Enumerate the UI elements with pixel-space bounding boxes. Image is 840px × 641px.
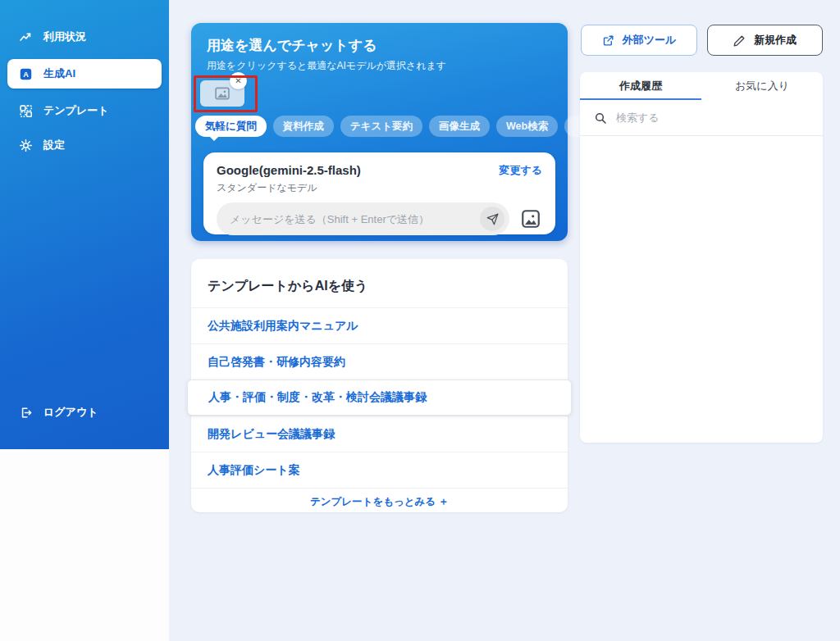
- sidebar-item-label: 生成AI: [43, 66, 75, 81]
- tag-document-creation[interactable]: 資料作成: [273, 116, 334, 137]
- template-item-highlighted[interactable]: 人事・評価・制度・改革・検討会議議事録: [187, 380, 572, 416]
- model-card: Google(gemini-2.5-flash) 変更する スタンダードなモデル: [203, 152, 555, 234]
- attach-image-button[interactable]: [519, 207, 542, 230]
- logout-icon: [19, 406, 33, 420]
- sidebar-item-settings[interactable]: 設定: [0, 133, 169, 157]
- external-link-icon: [602, 34, 614, 47]
- sidebar-item-template[interactable]: テンプレート: [0, 98, 169, 123]
- external-tools-button[interactable]: 外部ツール: [581, 25, 697, 56]
- sidebar-item-label: 利用状況: [43, 30, 86, 44]
- panel-search-row: [580, 100, 823, 136]
- message-input-pill: [217, 202, 509, 235]
- trend-chart-icon: [19, 30, 33, 44]
- sidebar: 利用状況 A 生成AI テンプレート 設定 ログアウト: [0, 0, 169, 449]
- external-tools-label: 外部ツール: [623, 33, 677, 48]
- template-item[interactable]: 開発レビュー会議議事録: [191, 416, 568, 452]
- sidebar-item-label: テンプレート: [43, 103, 109, 118]
- new-create-button[interactable]: 新規作成: [707, 25, 823, 56]
- pencil-icon: [733, 34, 746, 47]
- close-icon: ✕: [235, 77, 241, 85]
- search-input[interactable]: [616, 111, 809, 124]
- tag-image-generation[interactable]: 画像生成: [429, 116, 490, 137]
- tag-web-search[interactable]: Web検索: [496, 116, 558, 137]
- chat-card-title: 用途を選んでチャットする: [207, 36, 377, 55]
- template-card: テンプレートからAIを使う 公共施設利用案内マニュアル 自己啓発書・研修内容要約…: [191, 259, 568, 512]
- chat-card-subtitle: 用途をクリックすると最適なAIモデルが選択されます: [207, 59, 446, 73]
- new-create-label: 新規作成: [754, 33, 797, 48]
- change-model-link[interactable]: 変更する: [499, 163, 542, 178]
- send-button[interactable]: [480, 207, 504, 231]
- history-panel: 作成履歴 お気に入り: [580, 72, 823, 443]
- tab-creation-history[interactable]: 作成履歴: [580, 72, 701, 100]
- tag-text-summary[interactable]: テキスト要約: [340, 116, 422, 137]
- gear-icon: [19, 139, 33, 152]
- left-column: 利用状況 A 生成AI テンプレート 設定 ログアウト: [0, 0, 169, 641]
- sidebar-item-label: ログアウト: [43, 405, 98, 420]
- image-placeholder-icon: [214, 85, 231, 102]
- purpose-tag-row: 気軽に質問 資料作成 テキスト要約 画像生成 Web検索 データ分析: [195, 116, 636, 137]
- template-item[interactable]: 自己啓発書・研修内容要約: [191, 343, 568, 380]
- panel-tabs: 作成履歴 お気に入り: [580, 72, 823, 100]
- sidebar-item-usage[interactable]: 利用状況: [0, 25, 169, 49]
- tag-casual-question[interactable]: 気軽に質問: [195, 116, 267, 137]
- image-icon: [520, 208, 541, 230]
- template-card-title: テンプレートからAIを使う: [191, 259, 568, 307]
- message-input[interactable]: [230, 213, 480, 225]
- svg-text:A: A: [23, 70, 29, 79]
- chat-purpose-card: 用途を選んでチャットする 用途をクリックすると最適なAIモデルが選択されます ✕…: [191, 23, 568, 241]
- model-description: スタンダードなモデル: [217, 181, 542, 195]
- model-name: Google(gemini-2.5-flash): [217, 163, 361, 177]
- genai-icon: A: [19, 67, 33, 81]
- search-icon: [594, 111, 607, 125]
- tab-favorites[interactable]: お気に入り: [701, 72, 823, 100]
- template-grid-icon: [19, 104, 33, 118]
- template-item[interactable]: 公共施設利用案内マニュアル: [191, 307, 568, 343]
- sidebar-item-label: 設定: [43, 138, 65, 152]
- sidebar-item-logout[interactable]: ログアウト: [0, 400, 169, 425]
- template-more-link[interactable]: テンプレートをもっとみる ＋: [191, 488, 568, 515]
- template-item[interactable]: 人事評価シート案: [191, 452, 568, 488]
- attachment-close-button[interactable]: ✕: [230, 72, 247, 89]
- send-icon: [486, 213, 499, 225]
- sidebar-item-genai[interactable]: A 生成AI: [7, 59, 162, 89]
